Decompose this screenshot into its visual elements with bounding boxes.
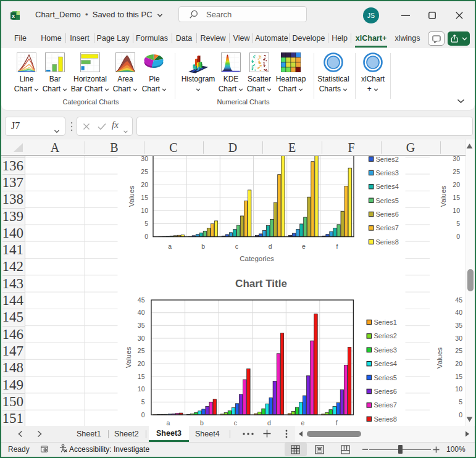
svg-text:40: 40 <box>455 309 462 316</box>
svg-text:a: a <box>168 243 172 250</box>
svg-text:25: 25 <box>141 168 148 175</box>
svg-text:0: 0 <box>459 411 462 418</box>
svg-text:d: d <box>267 419 271 426</box>
svg-text:5: 5 <box>459 398 462 406</box>
svg-text:Categories: Categories <box>240 255 274 262</box>
svg-text:Series3: Series3 <box>376 169 399 177</box>
svg-text:Series4: Series4 <box>374 360 397 367</box>
svg-text:Series2: Series2 <box>374 332 397 339</box>
svg-text:c: c <box>234 419 237 426</box>
svg-text:5: 5 <box>144 220 148 227</box>
svg-text:25: 25 <box>138 347 145 354</box>
svg-text:Values: Values <box>125 347 132 368</box>
svg-text:Series6: Series6 <box>376 210 399 218</box>
svg-text:20: 20 <box>453 181 460 188</box>
svg-text:35: 35 <box>138 322 145 329</box>
svg-text:x: x <box>12 13 15 19</box>
svg-text:45: 45 <box>138 296 145 304</box>
svg-text:a: a <box>166 419 170 426</box>
svg-text:Series8: Series8 <box>376 238 399 246</box>
svg-text:Series8: Series8 <box>374 415 397 423</box>
svg-text:Series2: Series2 <box>376 156 399 163</box>
svg-text:d: d <box>269 243 272 250</box>
svg-text:Chart Title: Chart Title <box>235 278 287 289</box>
svg-text:45: 45 <box>455 296 462 304</box>
svg-text:25: 25 <box>453 168 460 175</box>
svg-text:Values: Values <box>128 186 135 207</box>
svg-text:Series5: Series5 <box>376 197 399 204</box>
svg-text:30: 30 <box>453 156 460 162</box>
svg-text:20: 20 <box>138 360 145 367</box>
svg-text:0: 0 <box>144 233 148 240</box>
svg-text:Values: Values <box>440 186 447 207</box>
svg-text:f: f <box>336 419 338 426</box>
svg-text:Series7: Series7 <box>376 224 399 231</box>
svg-text:25: 25 <box>455 347 462 354</box>
svg-text:30: 30 <box>138 335 145 342</box>
svg-text:15: 15 <box>141 194 148 201</box>
svg-text:Series7: Series7 <box>374 401 397 409</box>
svg-text:20: 20 <box>141 181 148 188</box>
svg-text:5: 5 <box>456 220 460 227</box>
svg-text:Series1: Series1 <box>374 319 397 326</box>
svg-text:15: 15 <box>138 373 145 380</box>
svg-text:c: c <box>235 243 238 250</box>
svg-text:0: 0 <box>141 411 145 418</box>
svg-text:10: 10 <box>138 385 145 393</box>
svg-text:30: 30 <box>141 156 148 162</box>
svg-text:15: 15 <box>455 373 462 380</box>
svg-text:10: 10 <box>455 385 462 393</box>
svg-text:e: e <box>302 243 306 250</box>
svg-text:0: 0 <box>456 233 460 240</box>
svg-text:f: f <box>336 243 338 250</box>
svg-text:Series5: Series5 <box>374 374 397 381</box>
svg-text:35: 35 <box>455 322 462 329</box>
svg-text:Series6: Series6 <box>374 388 397 395</box>
svg-text:20: 20 <box>455 360 462 367</box>
svg-text:b: b <box>200 419 204 426</box>
svg-text:Series3: Series3 <box>374 346 397 354</box>
svg-text:Values: Values <box>436 348 443 369</box>
svg-text:15: 15 <box>453 194 460 201</box>
svg-text:5: 5 <box>141 398 145 406</box>
svg-text:Series4: Series4 <box>376 183 399 190</box>
svg-text:30: 30 <box>455 335 462 342</box>
svg-text:10: 10 <box>453 207 460 214</box>
svg-text:b: b <box>201 243 205 250</box>
svg-text:e: e <box>301 419 305 426</box>
svg-text:40: 40 <box>138 309 145 316</box>
svg-text:10: 10 <box>141 207 148 214</box>
